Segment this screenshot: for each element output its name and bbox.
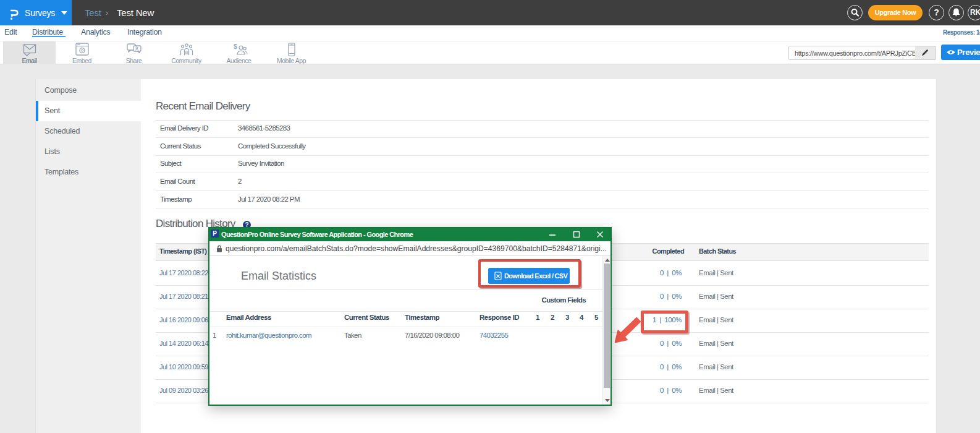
svg-text:$: $ — [234, 43, 237, 50]
